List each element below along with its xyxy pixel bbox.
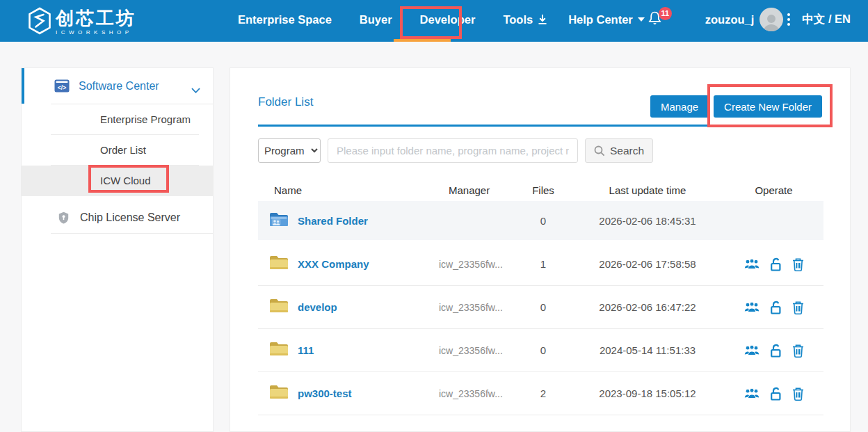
panel-header: Folder List Manage Create New Folder — [258, 68, 822, 127]
logo-hexagon-icon — [28, 7, 51, 38]
folder-icon — [269, 341, 289, 360]
updated-cell: 2026-02-06 18:45:31 — [571, 215, 724, 227]
members-icon[interactable] — [744, 387, 760, 399]
files-cell: 0 — [515, 301, 571, 313]
files-cell: 2 — [515, 387, 571, 399]
search-type-select[interactable]: Program — [258, 138, 321, 163]
manager-cell: icw_23356fw... — [432, 302, 515, 313]
download-icon — [538, 14, 547, 25]
sidebar: </> Software Center Enterprise Program O… — [21, 67, 214, 432]
table-header-row: Name Manager Files Last update time Oper… — [258, 179, 823, 201]
folder-name-link[interactable]: pw300-test — [298, 387, 352, 399]
sidebar-item-order-list[interactable]: Order List — [22, 135, 213, 166]
unlock-icon[interactable] — [769, 344, 782, 358]
nav-menu: Enterprise Space Buyer Developer Tools H… — [238, 0, 673, 39]
username[interactable]: zouzou_j — [705, 13, 755, 26]
sidebar-item-chip-license-server[interactable]: Chip License Server — [22, 202, 213, 234]
filter-bar: Program Search — [258, 138, 822, 163]
updated-cell: 2026-02-06 17:58:58 — [571, 258, 724, 270]
sidebar-item-software-center[interactable]: </> Software Center — [22, 68, 213, 104]
sidebar-item-label: Software Center — [79, 80, 159, 93]
chevron-down-icon — [191, 83, 200, 96]
create-new-folder-button[interactable]: Create New Folder — [714, 95, 822, 118]
col-header-manager: Manager — [432, 184, 515, 196]
manager-cell: icw_23356fw... — [432, 345, 515, 356]
table-row: develop icw_23356fw... 0 2026-02-06 16:4… — [258, 286, 823, 329]
notification-badge: 11 — [659, 7, 672, 20]
files-cell: 0 — [515, 215, 571, 227]
folder-name-link[interactable]: XXX Company — [298, 258, 369, 270]
folder-name-link[interactable]: 111 — [298, 344, 314, 356]
search-input[interactable] — [328, 138, 578, 163]
files-cell: 1 — [515, 258, 571, 270]
members-icon[interactable] — [744, 301, 760, 313]
folder-name-link[interactable]: Shared Folder — [298, 215, 368, 227]
logo-subtitle: ICWORKSHOP — [56, 29, 136, 36]
avatar[interactable] — [760, 8, 783, 31]
trash-icon[interactable] — [792, 301, 804, 314]
manager-cell: icw_23356fw... — [432, 259, 515, 270]
logo[interactable]: 创芯工坊 ICWORKSHOP — [28, 7, 136, 38]
manager-cell: icw_23356fw... — [432, 388, 515, 399]
folder-name-link[interactable]: develop — [298, 301, 337, 313]
notifications-button[interactable]: 11 — [648, 10, 662, 29]
page-title: Folder List — [258, 95, 313, 109]
nav-right-cluster: 11 zouzou_j 中文 / EN — [648, 0, 851, 39]
unlock-icon[interactable] — [769, 301, 782, 314]
folder-icon — [269, 384, 289, 403]
members-icon[interactable] — [744, 344, 760, 356]
sidebar-item-icw-cloud[interactable]: ICW Cloud — [22, 166, 213, 196]
code-window-icon: </> — [54, 79, 70, 93]
trash-icon[interactable] — [792, 387, 804, 401]
nav-help-center[interactable]: Help Center — [568, 13, 645, 26]
language-switch[interactable]: 中文 / EN — [802, 12, 851, 27]
kebab-menu-icon[interactable] — [787, 12, 790, 27]
nav-enterprise-space[interactable]: Enterprise Space — [238, 13, 332, 26]
folder-icon — [269, 255, 289, 273]
search-icon — [594, 145, 605, 157]
active-tab-underline — [394, 39, 451, 42]
table-row: XXX Company icw_23356fw... 1 2026-02-06 … — [258, 243, 823, 286]
unlock-icon[interactable] — [769, 257, 782, 271]
updated-cell: 2026-02-06 16:47:22 — [571, 301, 724, 313]
folder-table: Name Manager Files Last update time Oper… — [258, 179, 823, 415]
folder-icon — [269, 298, 289, 317]
col-header-updated: Last update time — [571, 184, 724, 196]
nav-tools[interactable]: Tools — [503, 13, 547, 26]
updated-cell: 2023-09-18 15:05:12 — [571, 387, 724, 399]
updated-cell: 2024-05-14 11:51:33 — [571, 344, 724, 356]
nav-buyer[interactable]: Buyer — [360, 13, 392, 26]
shield-icon — [58, 211, 69, 224]
members-icon[interactable] — [744, 258, 760, 270]
table-row: Shared Folder 0 2026-02-06 18:45:31 — [258, 201, 823, 240]
col-header-operate: Operate — [724, 184, 823, 196]
trash-icon[interactable] — [792, 257, 804, 271]
top-navbar: 创芯工坊 ICWORKSHOP Enterprise Space Buyer D… — [0, 0, 868, 42]
table-row: pw300-test icw_23356fw... 2 2023-09-18 1… — [258, 372, 823, 415]
unlock-icon[interactable] — [769, 387, 782, 401]
logo-title: 创芯工坊 — [56, 8, 136, 28]
nav-developer[interactable]: Developer — [420, 13, 476, 26]
col-header-name: Name — [258, 184, 432, 196]
trash-icon[interactable] — [792, 344, 804, 358]
col-header-files: Files — [515, 184, 571, 196]
manage-button[interactable]: Manage — [650, 95, 709, 118]
sidebar-item-enterprise-program[interactable]: Enterprise Program — [22, 104, 213, 135]
caret-down-icon — [638, 17, 645, 22]
table-row: 111 icw_23356fw... 0 2024-05-14 11:51:33 — [258, 329, 823, 372]
search-button[interactable]: Search — [585, 138, 653, 163]
shared-folder-icon — [269, 211, 289, 230]
files-cell: 0 — [515, 344, 571, 356]
svg-text:</>: </> — [58, 84, 66, 91]
folder-list-panel: Folder List Manage Create New Folder Pro… — [230, 67, 851, 432]
